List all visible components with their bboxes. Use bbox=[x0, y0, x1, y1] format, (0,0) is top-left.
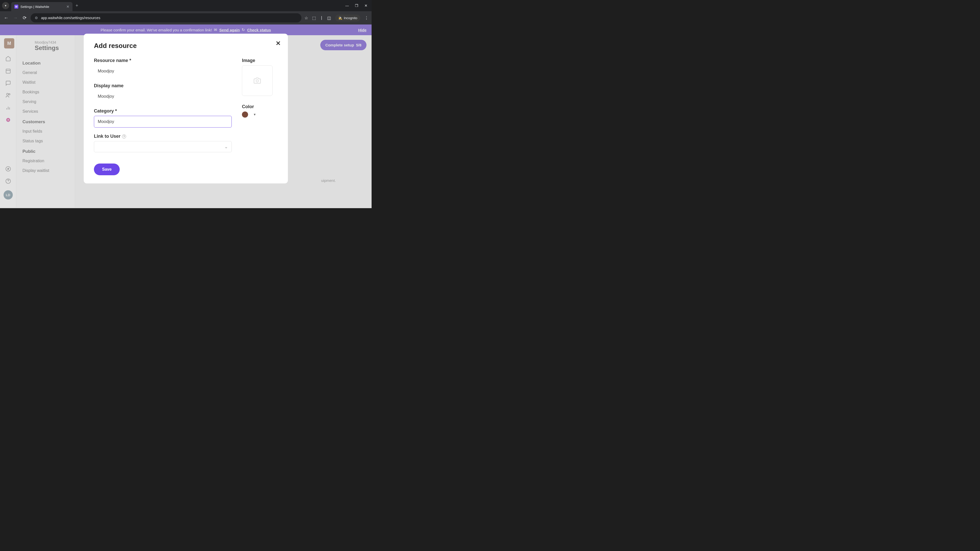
resource-name-input[interactable] bbox=[94, 65, 232, 77]
bookmark-icon[interactable]: ☆ bbox=[304, 16, 308, 21]
link-user-label: Link to User ? bbox=[94, 134, 232, 139]
incognito-badge[interactable]: 🕵 Incognito bbox=[335, 14, 360, 21]
category-input[interactable] bbox=[94, 116, 232, 127]
chevron-down-icon: ⌄ bbox=[224, 144, 228, 149]
category-label: Category * bbox=[94, 108, 232, 114]
maximize-icon[interactable]: ❐ bbox=[355, 3, 358, 8]
menu-icon[interactable]: ⋮ bbox=[364, 16, 369, 21]
browser-tab-bar: ▾ W Settings | Waitwhile ✕ + — ❐ ✕ bbox=[0, 0, 372, 11]
reload-button[interactable]: ⟳ bbox=[21, 15, 27, 21]
url-text: app.waitwhile.com/settings/resources bbox=[41, 16, 100, 20]
tab-close-icon[interactable]: ✕ bbox=[66, 5, 69, 9]
dropdown-arrow-icon: ▼ bbox=[253, 113, 256, 116]
new-tab-button[interactable]: + bbox=[76, 3, 78, 8]
add-resource-modal: ✕ Add resource Resource name * Display n… bbox=[84, 34, 288, 183]
tab-favicon: W bbox=[14, 5, 18, 9]
display-name-input[interactable] bbox=[94, 91, 232, 102]
help-tooltip-icon[interactable]: ? bbox=[122, 135, 126, 138]
link-user-select[interactable]: ⌄ bbox=[94, 141, 232, 152]
close-window-icon[interactable]: ✕ bbox=[364, 3, 368, 8]
close-modal-icon[interactable]: ✕ bbox=[275, 40, 281, 47]
forward-button[interactable]: → bbox=[12, 15, 18, 21]
incognito-icon: 🕵 bbox=[338, 16, 342, 20]
app-container: Please confirm your email. We've emailed… bbox=[0, 24, 372, 208]
minimize-icon[interactable]: — bbox=[345, 3, 349, 8]
save-button[interactable]: Save bbox=[94, 164, 120, 175]
color-swatch bbox=[242, 111, 248, 118]
image-label: Image bbox=[242, 58, 278, 63]
tab-title: Settings | Waitwhile bbox=[21, 5, 64, 9]
modal-overlay[interactable]: ✕ Add resource Resource name * Display n… bbox=[0, 24, 372, 208]
resource-name-label: Resource name * bbox=[94, 58, 232, 63]
camera-icon bbox=[253, 77, 261, 84]
browser-address-bar: ← → ⟳ ⚙ app.waitwhile.com/settings/resou… bbox=[0, 11, 372, 24]
color-label: Color bbox=[242, 104, 278, 110]
modal-title: Add resource bbox=[94, 42, 278, 50]
display-name-label: Display name bbox=[94, 83, 232, 89]
color-picker[interactable]: ▼ bbox=[242, 111, 278, 118]
browser-tab[interactable]: W Settings | Waitwhile ✕ bbox=[11, 2, 73, 11]
url-bar[interactable]: ⚙ app.waitwhile.com/settings/resources bbox=[30, 13, 301, 22]
back-button[interactable]: ← bbox=[3, 15, 9, 21]
tab-search-button[interactable]: ▾ bbox=[2, 2, 9, 9]
site-settings-icon[interactable]: ⚙ bbox=[35, 16, 38, 20]
image-upload-area[interactable] bbox=[242, 65, 272, 96]
side-panel-icon[interactable]: ◫ bbox=[327, 16, 331, 21]
window-controls: — ❐ ✕ bbox=[345, 3, 369, 8]
svg-point-12 bbox=[256, 80, 258, 82]
extensions-icon[interactable]: ⬚ bbox=[312, 16, 316, 21]
